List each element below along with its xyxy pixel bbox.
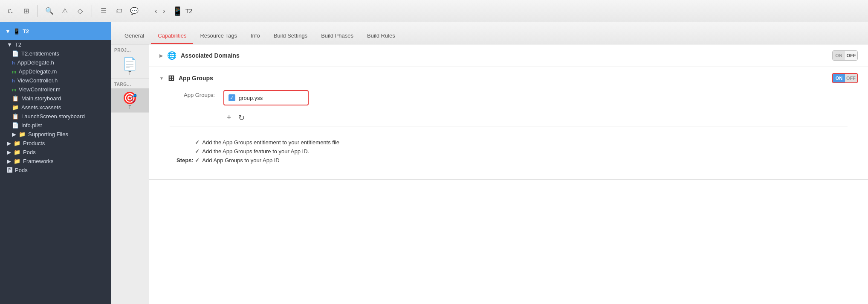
separator-3 (146, 5, 146, 17)
sidebar-item-label: Frameworks (23, 158, 54, 164)
folder-arrow-icon: ▶ (12, 131, 16, 137)
sidebar: ▼ 📱 T2 ▼ T2 📄 T2.entitlements h AppDeleg… (0, 22, 111, 304)
checkbox-checked-icon[interactable]: ✓ (229, 94, 235, 101)
list-icon[interactable]: ☰ (98, 6, 109, 17)
warning-icon[interactable]: ⚠ (59, 6, 70, 17)
sidebar-item-viewcontroller-m[interactable]: m ViewController.m (0, 85, 111, 94)
sidebar-item-label: T2.entitlements (21, 50, 59, 57)
sidebar-item-entitlements[interactable]: 📄 T2.entitlements (0, 49, 111, 58)
sidebar-item-label: Pods (15, 167, 28, 173)
h-file-icon: h (12, 60, 15, 65)
add-group-button[interactable]: + (227, 113, 231, 123)
targ-nav-item[interactable]: 🎯 T (111, 88, 149, 113)
tab-build-settings[interactable]: Build Settings (267, 29, 315, 44)
assets-icon: 📁 (12, 104, 19, 111)
sidebar-item-supporting-files[interactable]: ▶ 📁 Supporting Files (0, 130, 111, 139)
step-text: Add the App Groups feature to your App I… (202, 147, 309, 156)
sidebar-item-appdelegate-h[interactable]: h AppDelegate.h (0, 58, 111, 67)
app-name: T2 (185, 8, 192, 15)
sidebar-item-main-storyboard[interactable]: 📋 Main.storyboard (0, 94, 111, 103)
step-item-2: ✓ Add the App Groups feature to your App… (195, 147, 339, 156)
tab-general[interactable]: General (118, 29, 151, 44)
folder-icon: 📁 (19, 131, 26, 137)
tab-info[interactable]: Info (244, 29, 267, 44)
tab-build-rules[interactable]: Build Rules (360, 29, 402, 44)
grid-icon[interactable]: ⊞ (20, 6, 32, 17)
app-groups-row: App Groups: ✓ group.yss (176, 90, 858, 105)
main-layout: ▼ 📱 T2 ▼ T2 📄 T2.entitlements h AppDeleg… (0, 22, 868, 304)
sidebar-item-launchscreen[interactable]: 📋 LaunchScreen.storyboard (0, 112, 111, 121)
proj-nav-icon: 📄 (122, 57, 137, 71)
sidebar-header[interactable]: ▼ 📱 T2 (0, 22, 111, 40)
expand-arrow-icon[interactable]: ▼ (159, 76, 164, 81)
sidebar-item-label: ViewController.h (17, 77, 58, 84)
project-nav: PROJ... 📄 T TARG... 🎯 T (111, 44, 149, 304)
sidebar-item-pods[interactable]: ▶ 📁 Pods (0, 148, 111, 157)
folder-arrow-icon: ▼ (7, 41, 12, 48)
sidebar-item-assets[interactable]: 📁 Assets.xcassets (0, 103, 111, 112)
folder-arrow-icon: ▶ (7, 140, 11, 146)
refresh-group-button[interactable]: ↻ (238, 113, 245, 123)
app-groups-section: ▼ ⊞ App Groups ON OFF (149, 67, 868, 180)
forward-button[interactable]: › (160, 6, 168, 16)
sidebar-header-label: T2 (23, 28, 29, 35)
sidebar-header-icon: 📱 (13, 28, 20, 35)
sidebar-item-t2-group[interactable]: ▼ T2 (0, 40, 111, 49)
app-groups-content: App Groups: ✓ group.yss + ↻ (159, 83, 858, 123)
expand-arrow-icon[interactable]: ▶ (159, 53, 163, 58)
toggle-off-part: OFF (845, 74, 857, 82)
toggle-on-part: ON (833, 51, 845, 60)
step-text: Add App Groups to your App ID (202, 156, 279, 165)
sidebar-item-appdelegate-m[interactable]: m AppDelegate.m (0, 67, 111, 76)
sidebar-item-pods2[interactable]: 🅿 Pods (0, 166, 111, 175)
group-name: group.yss (239, 95, 263, 101)
steps-label: Steps: (176, 157, 194, 164)
sidebar-item-viewcontroller-h[interactable]: h ViewController.h (0, 76, 111, 85)
tab-bar: General Capabilities Resource Tags Info … (111, 22, 868, 44)
tab-resource-tags[interactable]: Resource Tags (193, 29, 243, 44)
sidebar-item-products[interactable]: ▶ 📁 Products (0, 139, 111, 148)
tab-build-phases[interactable]: Build Phases (314, 29, 360, 44)
tag-icon[interactable]: 🏷 (113, 6, 124, 17)
pods-icon: 🅿 (7, 167, 12, 173)
step-check-icon: ✓ (195, 147, 200, 156)
targ-nav-icon: 🎯 (122, 91, 137, 105)
step-text: Add the App Groups entitlement to your e… (202, 138, 339, 147)
sidebar-arrow: ▼ (5, 28, 11, 35)
sidebar-item-label: AppDelegate.m (19, 68, 57, 75)
associated-domains-title: ▶ 🌐 Associated Domains (159, 51, 240, 60)
tab-capabilities[interactable]: Capabilities (151, 29, 193, 44)
sidebar-item-label: Products (23, 140, 45, 146)
folder-icon[interactable]: 🗂 (5, 6, 16, 17)
sidebar-item-label: Supporting Files (28, 131, 68, 137)
sidebar-item-frameworks[interactable]: ▶ 📁 Frameworks (0, 157, 111, 166)
step-item-3: ✓ Add App Groups to your App ID (195, 156, 339, 165)
sidebar-item-label: Info.plist (21, 122, 42, 129)
sidebar-item-info-plist[interactable]: 📄 Info.plist (0, 121, 111, 130)
separator-2 (92, 5, 92, 17)
list-item[interactable]: ✓ group.yss (224, 93, 308, 103)
associated-domains-toggle-wrapper: ON OFF (832, 50, 858, 61)
middle-layout: PROJ... 📄 T TARG... 🎯 T ▶ (111, 44, 868, 304)
sidebar-item-label: Assets.xcassets (21, 104, 61, 111)
targ-nav-label: T (128, 105, 131, 110)
toolbar: 🗂 ⊞ 🔍 ⚠ ◇ ☰ 🏷 💬 ‹ › 📱 T2 (0, 0, 868, 22)
storyboard-icon: 📋 (12, 95, 19, 102)
sidebar-item-label: ViewController.m (19, 86, 61, 93)
search-icon[interactable]: 🔍 (44, 6, 55, 17)
folder-icon: 📁 (14, 158, 20, 164)
folder-arrow-icon: ▶ (7, 149, 11, 155)
diamond-icon[interactable]: ◇ (75, 6, 86, 17)
app-groups-toggle[interactable]: ON OFF (832, 73, 858, 83)
m-file-icon: m (12, 69, 16, 74)
proj-section-label: PROJ... (111, 44, 149, 54)
associated-domains-toggle[interactable]: ON OFF (832, 50, 858, 61)
sidebar-item-label: T2 (15, 41, 21, 48)
chat-icon[interactable]: 💬 (129, 6, 140, 17)
proj-nav-item[interactable]: 📄 T (111, 54, 149, 79)
back-button[interactable]: ‹ (152, 6, 159, 16)
domains-icon: 🌐 (167, 51, 176, 60)
associated-domains-section: ▶ 🌐 Associated Domains ON OFF (149, 44, 868, 67)
folder-arrow-icon: ▶ (7, 158, 11, 164)
h-file-icon: h (12, 78, 15, 83)
